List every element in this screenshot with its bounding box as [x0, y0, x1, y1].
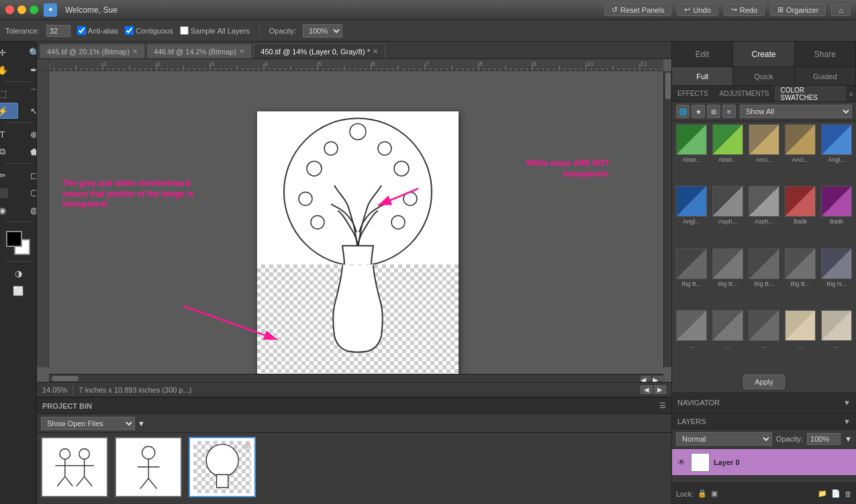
- new-layer-icon[interactable]: 📄: [831, 489, 841, 498]
- mode-full[interactable]: Full: [672, 67, 733, 85]
- layer-visibility-toggle[interactable]: 👁: [676, 457, 687, 468]
- swatch-item-13[interactable]: Big B...: [783, 248, 817, 307]
- lock-icon[interactable]: 🔒: [698, 489, 707, 498]
- screen-mode-btn[interactable]: ⬜: [3, 283, 34, 299]
- swatch-item-8[interactable]: Batik: [783, 186, 817, 245]
- close-window-button[interactable]: [5, 5, 14, 14]
- swatch-item-17[interactable]: ...: [747, 310, 781, 369]
- zoom-tool[interactable]: 🔍: [19, 44, 38, 60]
- opacity-input[interactable]: [807, 433, 841, 445]
- mode-quick[interactable]: Quick: [733, 67, 794, 85]
- tab-create[interactable]: Create: [733, 42, 794, 66]
- navigator-expand-icon[interactable]: ▼: [843, 399, 851, 407]
- tab-0[interactable]: 445.tif @ 20.1% (Bitmap) ✕: [40, 44, 145, 58]
- new-group-icon[interactable]: 📁: [818, 489, 827, 498]
- swatch-item-6[interactable]: Asph...: [711, 186, 745, 245]
- tab-2[interactable]: 450.tif @ 14% (Layer 0, Gray/8) * ✕: [253, 44, 385, 58]
- dodge-tool[interactable]: ◍: [19, 202, 38, 218]
- filter-star-icon[interactable]: ★: [692, 105, 705, 118]
- swatch-item-9[interactable]: Batik: [820, 186, 853, 245]
- sub-tab-adjustments[interactable]: ADJUSTMENTS: [714, 86, 775, 101]
- contiguous-checkbox[interactable]: Contiguous: [125, 26, 173, 35]
- swatch-item-0[interactable]: Abstr...: [675, 124, 708, 183]
- swatch-item-15[interactable]: ...: [675, 310, 708, 369]
- show-open-files-dropdown-icon[interactable]: ▼: [138, 419, 145, 427]
- layer-row-0[interactable]: 👁 Layer 0: [672, 449, 856, 476]
- project-bin-menu-icon[interactable]: ☰: [659, 401, 666, 410]
- horizontal-scrollbar[interactable]: ◀ ▶: [49, 374, 663, 382]
- stamp-tool[interactable]: ⬡: [19, 185, 38, 201]
- filter-globe-icon[interactable]: 🌐: [676, 105, 689, 118]
- scroll-left-btn[interactable]: ◀: [640, 376, 651, 381]
- reset-panels-button[interactable]: ↺ Reset Panels: [604, 3, 671, 16]
- canvas-container[interactable]: 1234567891011: [37, 59, 671, 382]
- tab-1[interactable]: 446.tif @ 14.2% (Bitmap) ✕: [146, 44, 252, 58]
- scroll-right-btn[interactable]: ▶: [653, 376, 663, 381]
- layers-expand-icon[interactable]: ▼: [843, 417, 851, 425]
- swatch-item-14[interactable]: Big N...: [820, 248, 853, 307]
- nav-right-btn[interactable]: ▶: [654, 385, 666, 394]
- quick-mask-tool[interactable]: ◑: [3, 265, 34, 281]
- nav-left-btn[interactable]: ◀: [640, 385, 653, 394]
- tab-close-2[interactable]: ✕: [373, 48, 378, 55]
- blur-tool[interactable]: ◉: [0, 202, 18, 218]
- shape-tool[interactable]: ⬟: [19, 144, 38, 160]
- maximize-window-button[interactable]: [30, 5, 38, 14]
- show-open-files-select[interactable]: Show Open Files: [41, 417, 135, 430]
- swatch-item-3[interactable]: Anci...: [783, 124, 817, 183]
- home-button[interactable]: ⌂: [831, 4, 851, 16]
- show-all-select[interactable]: Show All: [740, 105, 852, 118]
- swatch-item-4[interactable]: Angl...: [820, 124, 853, 183]
- apply-button[interactable]: Apply: [743, 374, 785, 389]
- swatch-item-12[interactable]: Big B...: [747, 248, 781, 307]
- filter-texture-icon[interactable]: ⊞: [707, 105, 720, 118]
- tab-close-1[interactable]: ✕: [239, 48, 244, 55]
- fill-icon[interactable]: ▣: [711, 489, 718, 498]
- mode-guided[interactable]: Guided: [795, 67, 856, 85]
- swatch-item-16[interactable]: ...: [711, 310, 745, 369]
- swatch-item-2[interactable]: Anci...: [747, 124, 781, 183]
- anti-alias-checkbox[interactable]: Anti-alias: [77, 26, 118, 35]
- tab-share[interactable]: Share: [795, 42, 856, 66]
- eraser-tool[interactable]: ◻: [19, 167, 38, 183]
- undo-button[interactable]: ↩ Undo: [677, 3, 718, 16]
- bin-item-2[interactable]: ⊞: [189, 437, 256, 497]
- brush-tool[interactable]: ✏: [0, 167, 18, 183]
- blend-mode-select[interactable]: Normal: [676, 432, 772, 446]
- delete-layer-icon[interactable]: 🗑: [845, 490, 852, 498]
- filter-list-icon[interactable]: ≡: [722, 105, 736, 118]
- tolerance-input[interactable]: [46, 25, 70, 37]
- opacity-select[interactable]: 100% 75% 50%: [303, 24, 342, 38]
- foreground-color-swatch[interactable]: [6, 231, 22, 247]
- transform-tool[interactable]: ⊕: [19, 126, 38, 142]
- tab-edit[interactable]: Edit: [672, 42, 733, 66]
- tab-close-0[interactable]: ✕: [132, 48, 138, 55]
- sub-tab-effects[interactable]: EFFECTS: [672, 86, 714, 101]
- move-tool[interactable]: ✛: [0, 44, 18, 60]
- sample-all-layers-checkbox[interactable]: Sample All Layers: [180, 26, 250, 35]
- redo-button[interactable]: ↪ Redo: [724, 3, 765, 16]
- eyedropper-tool[interactable]: ✒: [19, 62, 38, 78]
- crop-tool[interactable]: ⧉: [0, 144, 18, 160]
- organizer-button[interactable]: ⊞ Organizer: [770, 3, 826, 16]
- opacity-dropdown-icon[interactable]: ▼: [845, 435, 852, 443]
- marquee-tool[interactable]: ⬚: [0, 85, 18, 101]
- type-tool[interactable]: T: [0, 126, 18, 142]
- magic-wand-tool[interactable]: ⚡: [0, 103, 18, 119]
- sub-tab-color-swatches[interactable]: COLOR SWATCHES: [775, 86, 846, 101]
- panel-options-icon[interactable]: ≡: [847, 90, 856, 98]
- fill-tool[interactable]: ⬛: [0, 185, 18, 201]
- swatch-item-19[interactable]: ...: [820, 310, 853, 369]
- swatch-item-11[interactable]: Big B...: [711, 248, 745, 307]
- lasso-tool[interactable]: ⌒: [19, 85, 38, 101]
- swatch-item-5[interactable]: Angl...: [675, 186, 708, 245]
- swatch-item-18[interactable]: ...: [783, 310, 817, 369]
- swatch-item-10[interactable]: Big B...: [675, 248, 708, 307]
- swatch-item-7[interactable]: Asph...: [747, 186, 781, 245]
- bin-item-0[interactable]: [41, 437, 108, 497]
- vertical-scrollbar[interactable]: [663, 71, 671, 367]
- selection-tool[interactable]: ↖: [19, 103, 38, 119]
- hand-tool[interactable]: ✋: [0, 62, 18, 78]
- minimize-window-button[interactable]: [17, 5, 26, 14]
- bin-item-1[interactable]: [115, 437, 182, 497]
